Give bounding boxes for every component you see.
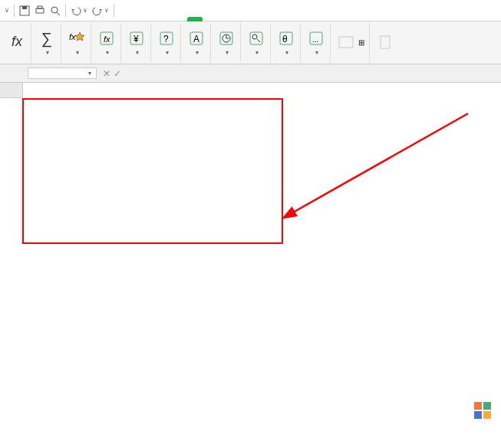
svg-point-20	[252, 35, 257, 39]
star-fx-icon: fx	[68, 29, 86, 48]
text-fx-icon: A	[187, 29, 206, 48]
tab-start[interactable]	[141, 17, 157, 21]
formula-controls: ✕ ✓	[103, 68, 129, 79]
svg-text:fx: fx	[69, 32, 76, 41]
lookup-fn-button[interactable]: ▾	[242, 23, 271, 62]
svg-text:fx: fx	[104, 35, 110, 44]
all-fx-icon: fx	[97, 29, 116, 48]
date-fx-icon	[217, 29, 236, 48]
svg-rect-29	[474, 402, 482, 410]
svg-rect-26	[339, 37, 353, 48]
common-fn-button[interactable]: fx ▾	[63, 23, 91, 62]
tab-layout[interactable]	[172, 17, 187, 21]
lookup-fx-icon	[247, 29, 265, 48]
accept-icon[interactable]: ✓	[114, 68, 121, 79]
tab-insert[interactable]	[157, 17, 172, 21]
highlight-box	[22, 98, 283, 244]
svg-text:?: ?	[163, 34, 169, 44]
cancel-icon[interactable]: ✕	[103, 68, 110, 79]
annotation-arrow	[269, 106, 483, 275]
logic-fn-button[interactable]: ? ▾	[153, 23, 181, 62]
money-fx-icon: ¥	[127, 29, 146, 48]
name-manager-button: ⊞	[332, 23, 370, 62]
text-fn-button[interactable]: A ▾	[183, 23, 211, 62]
quick-access-toolbar: ∨ ∨ ∨	[0, 0, 501, 21]
sum-icon: ∑	[38, 29, 56, 48]
svg-rect-31	[474, 411, 482, 419]
tab-dev[interactable]	[264, 17, 279, 21]
datetime-fn-button[interactable]: ▾	[213, 23, 241, 62]
svg-rect-27	[381, 36, 390, 48]
svg-text:...: ...	[312, 35, 318, 44]
ribbon-tabs	[3, 3, 295, 21]
paste-button	[371, 23, 399, 62]
finance-fn-button[interactable]: ¥ ▾	[123, 23, 151, 62]
tab-formula[interactable]	[187, 17, 203, 21]
autosum-button[interactable]: ∑ ▾	[33, 23, 61, 62]
watermark	[473, 400, 496, 420]
name-mgr-icon	[337, 33, 355, 51]
other-fx-icon: ...	[307, 29, 325, 48]
spreadsheet-grid[interactable]	[0, 83, 501, 98]
select-all-corner[interactable]	[0, 83, 23, 98]
math-fn-button[interactable]: θ ▾	[272, 23, 301, 62]
tab-view[interactable]	[233, 17, 249, 21]
tab-security[interactable]	[249, 17, 264, 21]
svg-line-28	[292, 114, 468, 213]
tab-data[interactable]	[203, 17, 218, 21]
logic-fx-icon: ?	[157, 29, 176, 48]
svg-rect-30	[483, 402, 491, 410]
paste-icon	[376, 33, 394, 51]
svg-text:θ: θ	[282, 34, 288, 44]
svg-rect-32	[483, 411, 491, 419]
name-box[interactable]: ▾	[28, 68, 97, 79]
other-fn-button[interactable]: ... ▾	[302, 23, 331, 62]
tab-special[interactable]	[279, 17, 295, 21]
svg-text:A: A	[193, 34, 199, 44]
fx-icon: fx	[8, 33, 26, 51]
svg-text:¥: ¥	[133, 34, 139, 44]
formula-bar-row: ▾ ✕ ✓	[0, 64, 501, 83]
ribbon: fx ∑ ▾ fx ▾ fx ▾ ¥ ▾ ? ▾ A ▾ ▾ ▾ θ ▾ ...…	[0, 21, 501, 64]
math-fx-icon: θ	[277, 29, 295, 48]
svg-line-21	[257, 39, 260, 42]
insert-function-button[interactable]: fx	[3, 23, 31, 62]
all-fn-button[interactable]: fx ▾	[93, 23, 121, 62]
tab-review[interactable]	[218, 17, 233, 21]
